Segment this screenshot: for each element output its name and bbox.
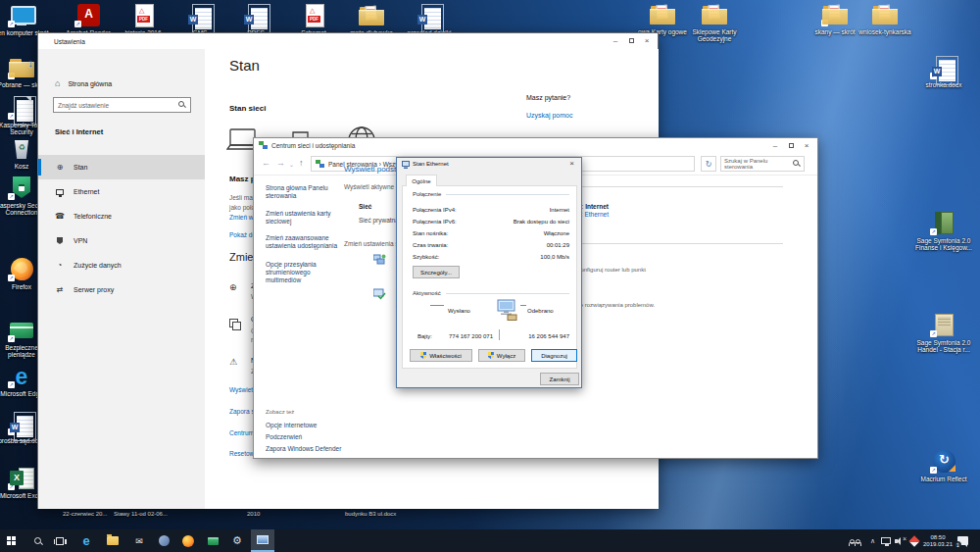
sidebar-item-proxy[interactable]: ⇄ Serwer proxy: [38, 277, 205, 302]
task-view-icon: [56, 537, 64, 545]
macrium-wedge: [949, 465, 956, 472]
tab-general[interactable]: Ogólne: [406, 175, 437, 186]
cp-home-link[interactable]: Strona główna Panelu sterowania: [266, 184, 346, 200]
desktop-icon-label: 22-czerwiec 20...: [63, 511, 107, 517]
taskbar-search-button[interactable]: [26, 529, 50, 552]
shortcut-arrow-icon: [8, 193, 15, 200]
duration-row: Czas trwania: 00:01:29: [413, 242, 569, 248]
desktop-icon-macrium[interactable]: Macrium Reflect: [909, 450, 978, 482]
ipv6-value: Brak dostępu do sieci: [514, 219, 569, 225]
connection-group-header: Połączenie: [413, 191, 569, 197]
internet-options-link[interactable]: Opcje internetowe: [266, 422, 364, 429]
infrared-link[interactable]: Podczerwień: [266, 433, 364, 441]
ipv4-row: Połączenia IPv4: Internet: [413, 207, 569, 213]
taskbar-firefox[interactable]: [176, 529, 200, 552]
shield-icon: [7, 176, 36, 200]
shortcut-arrow-icon: [821, 20, 828, 26]
taskbar-explorer[interactable]: [101, 529, 124, 552]
close-button[interactable]: ×: [639, 33, 655, 47]
tray-kaspersky[interactable]: [910, 529, 918, 552]
windows-defender-firewall-link[interactable]: Zapora Windows Defender: [266, 445, 373, 453]
bytes-divider: [499, 329, 500, 340]
details-button[interactable]: Szczegóły...: [413, 266, 460, 278]
task-view-button[interactable]: [48, 529, 72, 552]
folder-icon: [820, 3, 850, 26]
taskbar-clock[interactable]: 08:50 2019.03.21: [923, 529, 953, 552]
minimize-button[interactable]: –: [767, 138, 783, 152]
sidebar-item-dialup[interactable]: ☎ Telefoniczne: [38, 204, 205, 228]
shortcut-arrow-icon: [8, 483, 15, 490]
history-dropdown-icon[interactable]: ⌄: [289, 161, 294, 168]
taskbar-messaging-app[interactable]: [152, 529, 175, 552]
sidebar-item-data-usage[interactable]: ◔ Zużycie danych: [38, 253, 205, 277]
ethernet-link[interactable]: Ethernet: [584, 211, 609, 218]
desktop-icon-folder-skany[interactable]: skany — skrót: [808, 3, 862, 35]
network-status-header: Stan sieci: [229, 104, 266, 113]
properties-button[interactable]: Właściwości: [410, 349, 472, 362]
tray-network[interactable]: [881, 529, 891, 552]
settings-search-input[interactable]: Znajdź ustawienie: [53, 97, 191, 113]
tray-hidden-icons[interactable]: ∧: [870, 529, 875, 552]
taskbar-settings[interactable]: ⚙: [225, 529, 249, 552]
taskbar-mail[interactable]: ✉: [127, 529, 151, 552]
active-window-icon: [257, 535, 269, 544]
desktop-icon-label: budynku B3 ul.docx: [345, 511, 396, 517]
search-icon: [178, 101, 186, 109]
sidebar-item-vpn[interactable]: VPN: [38, 228, 205, 253]
maximize-button[interactable]: [783, 138, 799, 152]
sidebar-item-stan[interactable]: ⊕ Stan: [38, 155, 205, 179]
diagnose-button[interactable]: Diagnozuj: [531, 349, 577, 362]
change-adapter-settings-link[interactable]: Zmień ustawienia karty sieciowej: [266, 210, 346, 226]
sidebar-item-ethernet[interactable]: Ethernet: [38, 179, 205, 204]
desktop-icon-stronka[interactable]: stronka.docx: [909, 56, 978, 88]
shortcut-arrow-icon: [8, 21, 15, 27]
get-help-link[interactable]: Uzyskaj pomoc: [526, 112, 572, 119]
desktop-icon-folder-karty[interactable]: owa Karty ogowe: [635, 3, 690, 35]
forward-button[interactable]: →: [276, 158, 285, 168]
shortcut-arrow-icon: [930, 228, 937, 235]
close-icon[interactable]: ×: [564, 159, 579, 171]
access-value: Internet: [585, 203, 609, 210]
sage-box-icon: [929, 212, 958, 235]
tray-people[interactable]: [849, 529, 860, 552]
desktop-icon-sage-handel[interactable]: Sage Symfonia 2.0 Handel - Stacja r...: [909, 314, 978, 353]
file-explorer-icon: [107, 536, 119, 545]
desktop-icon-folder-sklepowe[interactable]: Sklepowe Karty Geodezyjne: [687, 3, 742, 42]
shortcut-arrow-icon: [8, 275, 15, 281]
advanced-sharing-link[interactable]: Zmień zaawansowane ustawienia udostępnia…: [266, 234, 346, 250]
duration-label: Czas trwania:: [413, 242, 448, 248]
home-icon: ⌂: [55, 78, 60, 88]
pdf-glyph: △: [139, 7, 144, 15]
desktop-icon-folder-wniosek[interactable]: wniosek-tynkarska: [858, 3, 912, 35]
minimize-button[interactable]: –: [608, 33, 623, 47]
firefox-icon: [182, 535, 194, 547]
media-streaming-link[interactable]: Opcje przesyłania strumieniowego multime…: [266, 261, 346, 284]
chevron-up-icon: ∧: [870, 537, 875, 545]
close-button[interactable]: ×: [799, 138, 814, 152]
desktop-icon-label: skany — skrót: [808, 28, 862, 35]
word-file-icon: [415, 4, 444, 27]
action-center-button[interactable]: 1: [957, 529, 968, 552]
clock-time: 08:50: [923, 534, 953, 541]
up-button[interactable]: ↑: [299, 158, 304, 168]
word-file-icon: [7, 412, 36, 435]
disable-button[interactable]: Wyłącz: [478, 349, 525, 362]
desktop-icon-sage-finanse[interactable]: Sage Symfonia 2.0 Finanse i Księgow...: [909, 212, 978, 251]
close-dialog-button[interactable]: Zamknij: [540, 373, 579, 385]
desktop-icon-label: Sage Symfonia 2.0 Finanse i Księgow...: [909, 237, 978, 251]
received-line: [520, 305, 526, 306]
taskbar-active-window[interactable]: [251, 529, 274, 552]
activity-computer-icon: [489, 299, 518, 321]
tray-volume[interactable]: ×: [895, 529, 906, 552]
paper-glyph: [657, 5, 668, 20]
ipv6-label: Połączenia IPv6:: [413, 219, 457, 225]
maximize-button[interactable]: [623, 33, 639, 47]
taskbar-edge[interactable]: e: [74, 529, 98, 552]
back-button[interactable]: ←: [262, 158, 270, 168]
folder-icon: [870, 3, 900, 26]
sidebar-item-home[interactable]: ⌂ Strona główna: [55, 78, 112, 88]
start-button[interactable]: [2, 529, 25, 552]
shortcut-arrow-icon: [8, 381, 15, 388]
recycle-bin-icon: [7, 137, 36, 161]
taskbar-safe-money[interactable]: [201, 529, 224, 552]
